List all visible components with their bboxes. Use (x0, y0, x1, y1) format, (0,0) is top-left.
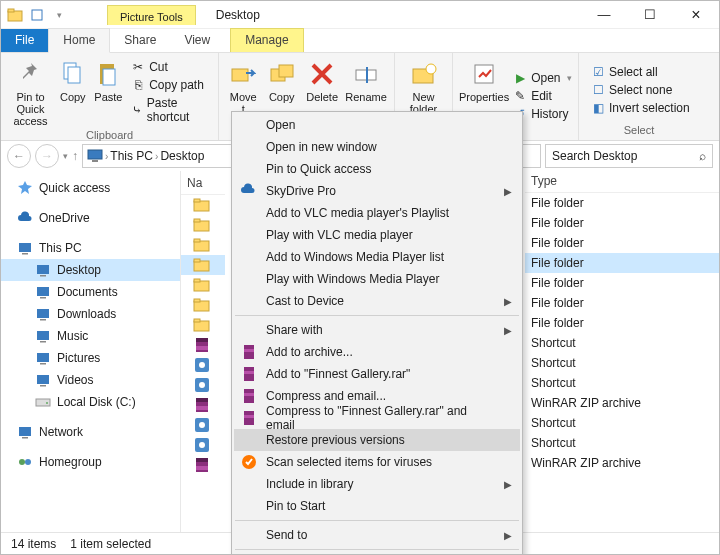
tree-item-pictures[interactable]: Pictures (1, 347, 180, 369)
menu-pin-to-quick-access[interactable]: Pin to Quick access (234, 158, 520, 180)
file-detail-row[interactable]: Shortcut2 KB (525, 433, 720, 453)
tree-item-downloads[interactable]: Downloads (1, 303, 180, 325)
file-detail-row[interactable]: File folder (525, 253, 720, 273)
menu-share-with[interactable]: Share with▶ (234, 319, 520, 341)
svg-rect-42 (194, 239, 200, 242)
file-detail-row[interactable]: File folder (525, 293, 720, 313)
menu-open-in-new-window[interactable]: Open in new window (234, 136, 520, 158)
properties-icon[interactable] (29, 7, 45, 23)
pin-to-quick-access-button[interactable]: Pin to Quick access (7, 57, 54, 127)
file-detail-row[interactable]: File folder (525, 233, 720, 253)
tree-item-quick-access[interactable]: Quick access (1, 177, 180, 199)
paste-button[interactable]: Paste (92, 57, 126, 127)
menu-skydrive-pro[interactable]: SkyDrive Pro▶ (234, 180, 520, 202)
tree-item-desktop[interactable]: Desktop (1, 259, 180, 281)
picture-tools-tab[interactable]: Picture Tools (107, 5, 196, 25)
svg-rect-73 (244, 393, 254, 396)
svg-rect-20 (40, 275, 46, 277)
menu-open[interactable]: Open (234, 114, 520, 136)
copy-path-button[interactable]: ⎘Copy path (129, 77, 212, 93)
file-row[interactable] (181, 455, 225, 475)
menu-compress-to-finnest-gallery-rar-and-email[interactable]: Compress to "Finnest Gallery.rar" and em… (234, 407, 520, 429)
back-button[interactable]: ← (7, 144, 31, 168)
file-detail-row[interactable]: Shortcut2 KB (525, 353, 720, 373)
tab-share[interactable]: Share (110, 29, 170, 52)
copy-button[interactable]: Copy (56, 57, 90, 127)
menu-scan-selected-items-for-viruses[interactable]: Scan selected items for viruses (234, 451, 520, 473)
tab-home[interactable]: Home (48, 28, 110, 53)
file-row[interactable] (181, 255, 225, 275)
menu-add-to-finnest-gallery-rar[interactable]: Add to "Finnest Gallery.rar" (234, 363, 520, 385)
file-detail-row[interactable]: WinRAR ZIP archive1,175 KB (525, 393, 720, 413)
tab-manage[interactable]: Manage (230, 28, 303, 52)
column-name[interactable]: Na (181, 173, 225, 195)
svg-rect-30 (40, 385, 46, 387)
menu-cast-to-device[interactable]: Cast to Device▶ (234, 290, 520, 312)
file-row[interactable] (181, 435, 225, 455)
nav-tree: Quick accessOneDriveThis PCDesktopDocume… (1, 171, 181, 532)
file-detail-row[interactable]: Shortcut2 KB (525, 333, 720, 353)
rar-icon (240, 387, 258, 405)
file-detail-row[interactable]: Shortcut2 KB (525, 413, 720, 433)
paste-shortcut-button[interactable]: ⤷Paste shortcut (129, 95, 212, 125)
tree-item-this-pc[interactable]: This PC (1, 237, 180, 259)
menu-send-to[interactable]: Send to▶ (234, 524, 520, 546)
cut-button[interactable]: ✂Cut (129, 59, 212, 75)
close-button[interactable]: × (673, 1, 719, 29)
tree-item-music[interactable]: Music (1, 325, 180, 347)
menu-add-to-windows-media-player-list[interactable]: Add to Windows Media Player list (234, 246, 520, 268)
select-none-button[interactable]: ☐Select none (589, 82, 692, 98)
file-row[interactable] (181, 295, 225, 315)
file-detail-row[interactable]: Shortcut2 KB (525, 373, 720, 393)
menu-play-with-windows-media-player[interactable]: Play with Windows Media Player (234, 268, 520, 290)
file-row[interactable] (181, 195, 225, 215)
edit-button[interactable]: ✎Edit (511, 88, 573, 104)
up-button[interactable]: ↑ (72, 149, 78, 163)
file-detail-row[interactable]: File folder (525, 213, 720, 233)
file-row[interactable] (181, 355, 225, 375)
minimize-button[interactable]: — (581, 1, 627, 29)
tree-item-network[interactable]: Network (1, 421, 180, 443)
file-detail-row[interactable]: WinRAR ZIP archive645 KB (525, 453, 720, 473)
tab-file[interactable]: File (1, 29, 48, 52)
file-row[interactable] (181, 235, 225, 255)
svg-point-62 (199, 422, 205, 428)
tree-item-local-disk-c-[interactable]: Local Disk (C:) (1, 391, 180, 413)
column-type[interactable]: Type (525, 171, 720, 192)
file-row[interactable] (181, 395, 225, 415)
menu-pin-to-start[interactable]: Pin to Start (234, 495, 520, 517)
menu-add-to-vlc-media-player-s-playlist[interactable]: Add to VLC media player's Playlist (234, 202, 520, 224)
tab-view[interactable]: View (170, 29, 224, 52)
tree-item-onedrive[interactable]: OneDrive (1, 207, 180, 229)
file-detail-row[interactable]: File folder (525, 273, 720, 293)
menu-add-to-archive[interactable]: Add to archive... (234, 341, 520, 363)
search-input[interactable]: Search Desktop ⌕ (545, 144, 713, 168)
tree-item-homegroup[interactable]: Homegroup (1, 451, 180, 473)
recent-dropdown[interactable]: ▾ (63, 151, 68, 161)
chevron-right-icon: ▶ (504, 186, 512, 197)
file-row[interactable] (181, 415, 225, 435)
menu-include-in-library[interactable]: Include in library▶ (234, 473, 520, 495)
file-row[interactable] (181, 335, 225, 355)
menu-restore-previous-versions[interactable]: Restore previous versions (234, 429, 520, 451)
tree-item-videos[interactable]: Videos (1, 369, 180, 391)
qat-dropdown-icon[interactable]: ▾ (51, 7, 67, 23)
forward-button[interactable]: → (35, 144, 59, 168)
folder-icon[interactable] (7, 7, 23, 23)
menu-play-with-vlc-media-player[interactable]: Play with VLC media player (234, 224, 520, 246)
svg-rect-27 (37, 353, 49, 362)
paste-icon (93, 59, 123, 89)
select-all-button[interactable]: ☑Select all (589, 64, 692, 80)
maximize-button[interactable]: ☐ (627, 1, 673, 29)
invert-selection-button[interactable]: ◧Invert selection (589, 100, 692, 116)
open-button[interactable]: ▶Open▾ (511, 70, 573, 86)
file-row[interactable] (181, 275, 225, 295)
svg-rect-60 (196, 406, 208, 410)
file-detail-row[interactable]: File folder (525, 313, 720, 333)
file-detail-row[interactable]: File folder (525, 193, 720, 213)
tree-item-documents[interactable]: Documents (1, 281, 180, 303)
file-row[interactable] (181, 375, 225, 395)
file-row[interactable] (181, 315, 225, 335)
file-row[interactable] (181, 215, 225, 235)
search-icon: ⌕ (699, 149, 706, 163)
